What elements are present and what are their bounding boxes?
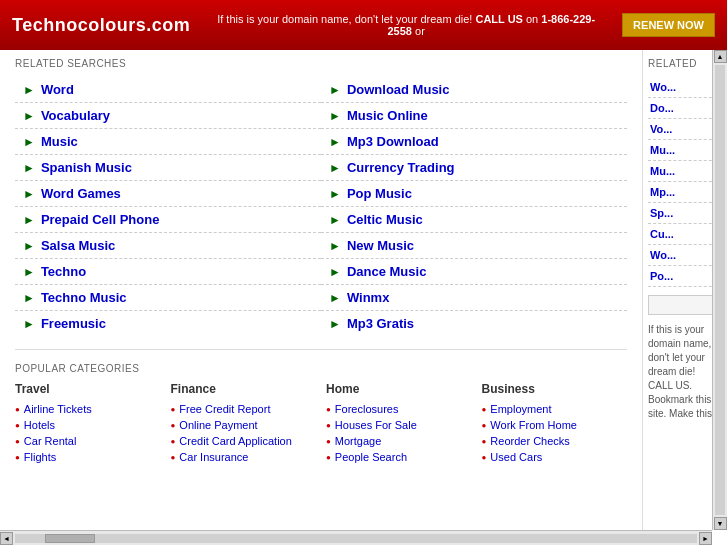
on-text: on	[526, 13, 538, 25]
renew-now-button[interactable]: RENEW NOW	[622, 13, 715, 37]
notice-text: If this is your domain name, don't let y…	[217, 13, 472, 25]
bullet-icon: ●	[171, 405, 176, 414]
bullet-icon: ●	[482, 405, 487, 414]
link-anchor[interactable]: Vocabulary	[41, 108, 110, 123]
link-anchor[interactable]: Word	[41, 82, 74, 97]
link-anchor[interactable]: Freemusic	[41, 316, 106, 331]
link-item: ►Spanish Music	[15, 155, 321, 181]
list-item: ●Airline Tickets	[15, 401, 161, 417]
category-link[interactable]: Employment	[490, 403, 551, 415]
link-item: ►Celtic Music	[321, 207, 627, 233]
sidebar-box	[648, 295, 722, 315]
sidebar-link[interactable]: Mu...	[648, 161, 722, 182]
category-link[interactable]: Hotels	[24, 419, 55, 431]
link-item: ►Mp3 Download	[321, 129, 627, 155]
category-column: Finance●Free Credit Report●Online Paymen…	[171, 382, 317, 465]
link-arrow: ►	[329, 161, 341, 175]
link-anchor[interactable]: Download Music	[347, 82, 450, 97]
link-anchor[interactable]: Techno	[41, 264, 86, 279]
bullet-icon: ●	[326, 405, 331, 414]
category-link[interactable]: Car Rental	[24, 435, 77, 447]
link-anchor[interactable]: Salsa Music	[41, 238, 115, 253]
scroll-down-button[interactable]: ▼	[714, 517, 727, 530]
related-searches-section: RELATED SEARCHES ►Word►Vocabulary►Music►…	[0, 50, 642, 341]
link-anchor[interactable]: Dance Music	[347, 264, 426, 279]
bullet-icon: ●	[326, 421, 331, 430]
sidebar-link[interactable]: Mp...	[648, 182, 722, 203]
related-searches-label: RELATED SEARCHES	[15, 58, 627, 69]
category-link[interactable]: Free Credit Report	[179, 403, 270, 415]
list-item: ●Work From Home	[482, 417, 628, 433]
link-anchor[interactable]: Currency Trading	[347, 160, 455, 175]
link-anchor[interactable]: Techno Music	[41, 290, 127, 305]
list-item: ●Credit Card Application	[171, 433, 317, 449]
sidebar-link[interactable]: Do...	[648, 98, 722, 119]
link-anchor[interactable]: Celtic Music	[347, 212, 423, 227]
sidebar-link[interactable]: Cu...	[648, 224, 722, 245]
sidebar-link[interactable]: Sp...	[648, 203, 722, 224]
category-link[interactable]: Airline Tickets	[24, 403, 92, 415]
list-item: ●Online Payment	[171, 417, 317, 433]
link-anchor[interactable]: Mp3 Download	[347, 134, 439, 149]
list-item: ●Free Credit Report	[171, 401, 317, 417]
link-anchor[interactable]: Spanish Music	[41, 160, 132, 175]
link-anchor[interactable]: Music Online	[347, 108, 428, 123]
link-anchor[interactable]: New Music	[347, 238, 414, 253]
link-item: ►Pop Music	[321, 181, 627, 207]
category-link[interactable]: Car Insurance	[179, 451, 248, 463]
main-container: RELATED SEARCHES ►Word►Vocabulary►Music►…	[0, 50, 727, 545]
category-link[interactable]: Online Payment	[179, 419, 257, 431]
sidebar-bottom-text: If this is your domain name, don't let y…	[648, 323, 722, 421]
category-link[interactable]: Mortgage	[335, 435, 381, 447]
list-item: ●People Search	[326, 449, 472, 465]
link-item: ►Word	[15, 77, 321, 103]
category-link[interactable]: Used Cars	[490, 451, 542, 463]
link-item: ►Techno Music	[15, 285, 321, 311]
link-anchor[interactable]: Music	[41, 134, 78, 149]
category-link[interactable]: Reorder Checks	[490, 435, 569, 447]
link-anchor[interactable]: Prepaid Cell Phone	[41, 212, 159, 227]
category-link[interactable]: Work From Home	[490, 419, 577, 431]
category-column: Home●Foreclosures●Houses For Sale●Mortga…	[326, 382, 472, 465]
link-anchor[interactable]: Pop Music	[347, 186, 412, 201]
link-arrow: ►	[329, 83, 341, 97]
bullet-icon: ●	[171, 437, 176, 446]
category-link[interactable]: Flights	[24, 451, 56, 463]
sidebar-link[interactable]: Wo...	[648, 77, 722, 98]
link-arrow: ►	[23, 187, 35, 201]
link-arrow: ►	[329, 265, 341, 279]
category-link[interactable]: Credit Card Application	[179, 435, 292, 447]
scroll-thumb-horizontal[interactable]	[45, 534, 95, 543]
link-item: ►Winmx	[321, 285, 627, 311]
site-title: Technocolours.com	[12, 15, 190, 36]
sidebar-link[interactable]: Mu...	[648, 140, 722, 161]
scroll-right-button[interactable]: ►	[699, 532, 712, 545]
scroll-up-button[interactable]: ▲	[714, 50, 727, 63]
link-anchor[interactable]: Word Games	[41, 186, 121, 201]
sidebar-link[interactable]: Wo...	[648, 245, 722, 266]
or-text: or	[415, 25, 425, 37]
list-item: ●Employment	[482, 401, 628, 417]
category-link[interactable]: Houses For Sale	[335, 419, 417, 431]
sidebar-link[interactable]: Po...	[648, 266, 722, 287]
category-link[interactable]: People Search	[335, 451, 407, 463]
list-item: ●Car Rental	[15, 433, 161, 449]
scroll-track-vertical	[715, 65, 725, 515]
link-anchor[interactable]: Winmx	[347, 290, 390, 305]
link-arrow: ►	[329, 239, 341, 253]
link-item: ►Freemusic	[15, 311, 321, 336]
link-arrow: ►	[23, 83, 35, 97]
scroll-track-horizontal	[15, 534, 697, 543]
list-item: ●Used Cars	[482, 449, 628, 465]
popular-categories-label: POPULAR CATEGORIES	[15, 363, 627, 374]
scroll-left-button[interactable]: ◄	[0, 532, 13, 545]
sidebar-link[interactable]: Vo...	[648, 119, 722, 140]
bullet-icon: ●	[171, 453, 176, 462]
bullet-icon: ●	[15, 437, 20, 446]
link-item: ►Download Music	[321, 77, 627, 103]
category-link[interactable]: Foreclosures	[335, 403, 399, 415]
link-arrow: ►	[329, 187, 341, 201]
link-item: ►Salsa Music	[15, 233, 321, 259]
link-anchor[interactable]: Mp3 Gratis	[347, 316, 414, 331]
category-title: Business	[482, 382, 628, 396]
